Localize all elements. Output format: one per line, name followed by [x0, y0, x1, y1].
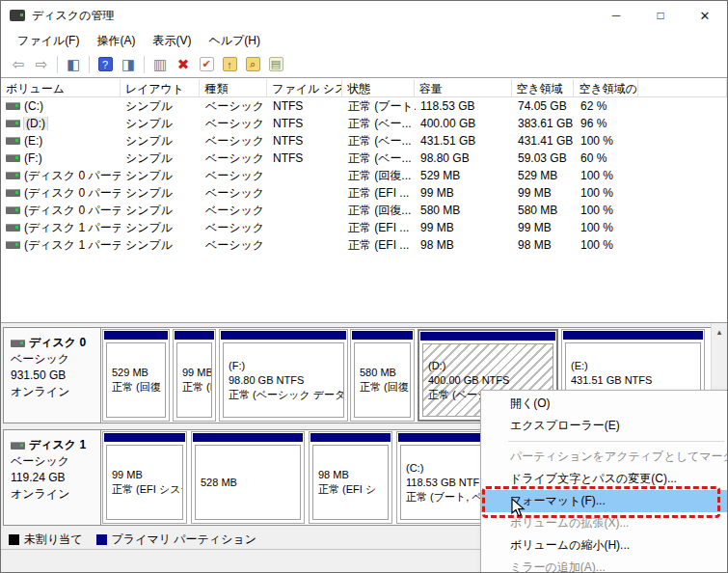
partition-line: 99 MB — [182, 366, 211, 380]
cell-type: ベーシック — [201, 220, 268, 236]
volume-cell: (C:) — [1, 99, 121, 113]
partition-type-bar — [563, 331, 703, 340]
menu-item[interactable]: 開く(O) — [481, 393, 728, 415]
forward-icon[interactable]: ⇨ — [31, 54, 52, 75]
cell-type: ベーシック — [201, 150, 268, 167]
partition[interactable]: 529 MB正常 (回復 — [102, 329, 170, 422]
cell-status: 正常 (ベー... — [343, 150, 416, 167]
partition-type-bar — [352, 331, 413, 340]
column-header-8[interactable]: 空き領域の割... — [574, 79, 638, 96]
volume-list: ボリュームレイアウト種類ファイル システム状態容量空き領域空き領域の割... (… — [1, 79, 727, 322]
disk-icon — [6, 172, 20, 179]
maximize-button[interactable]: □ — [638, 1, 683, 30]
cell-capacity: 400.00 GB — [416, 117, 513, 130]
cell-type: ベーシック — [201, 133, 268, 150]
folder-up-icon[interactable]: ↑ — [219, 54, 240, 75]
disk-icon — [6, 137, 20, 145]
table-row[interactable]: (E:)シンプルベーシックNTFS正常 (ベー...431.51 GB431.4… — [1, 132, 727, 150]
column-header-3[interactable]: 種類 — [200, 79, 267, 96]
legend-item: 未割り当て — [9, 532, 83, 548]
cell-free: 529 MB — [513, 169, 576, 182]
partition-line: 529 MB — [112, 366, 165, 380]
menu-item[interactable]: ドライブ文字とパスの変更(C)... — [481, 468, 728, 490]
menubar-item[interactable]: ファイル(F) — [9, 31, 88, 51]
help-icon[interactable]: ? — [94, 54, 116, 75]
column-header-1[interactable]: ボリューム — [1, 79, 121, 96]
partition-line: (D:) — [428, 359, 553, 373]
cell-layout: シンプル — [121, 150, 201, 167]
column-header-6[interactable]: 容量 — [415, 79, 512, 96]
cell-capacity: 99 MB — [416, 221, 513, 234]
table-row[interactable]: (F:)シンプルベーシックNTFS正常 (ベー...98.80 GB59.03 … — [1, 150, 727, 167]
check-document-icon[interactable]: ✔ — [196, 54, 217, 75]
disk-label[interactable]: ディスク 1ベーシック119.24 GBオンライン — [4, 430, 101, 525]
column-header-2[interactable]: レイアウト — [121, 79, 201, 96]
cell-fs: NTFS — [268, 99, 343, 113]
cell-percent: 100 % — [576, 186, 640, 200]
minimize-button[interactable]: ─ — [594, 1, 638, 30]
toolbar: ⇦⇨◧?◨▥✖✔↑⌕▤ — [1, 51, 727, 78]
show-console-tree-icon[interactable]: ◧ — [63, 54, 84, 75]
partition[interactable]: (F:)98.80 GB NTFS正常 (ベーシック データ パ — [219, 329, 348, 422]
menu-item[interactable]: フォーマット(F)... — [481, 490, 728, 512]
table-row[interactable]: (ディスク 0 パーティシ...シンプルベーシック正常 (EFI ...99 M… — [1, 184, 727, 202]
computer-view-icon[interactable]: ▥ — [149, 54, 171, 75]
partition-body: 99 MB正常 (E — [176, 342, 212, 418]
table-row[interactable]: (ディスク 1 パーティシ...シンプルベーシック正常 (EFI ...98 M… — [1, 236, 727, 254]
column-header-5[interactable]: 状態 — [342, 79, 415, 96]
menubar-item[interactable]: 表示(V) — [144, 31, 200, 51]
partition-line: (F:) — [229, 359, 343, 373]
partition[interactable]: 99 MB正常 (E — [173, 329, 216, 422]
column-header-4[interactable]: ファイル システム — [267, 79, 342, 96]
table-row[interactable]: (ディスク 0 パーティシ...シンプルベーシック正常 (回復...529 MB… — [1, 167, 727, 184]
menu-item[interactable]: エクスプローラー(E) — [481, 415, 728, 437]
disk-label[interactable]: ディスク 0ベーシック931.50 GBオンライン — [4, 328, 101, 423]
legend-label: プライマリ パーティション — [112, 532, 256, 548]
partition[interactable]: 580 MB正常 (回復 — [350, 329, 415, 422]
folder-search-icon-glyph: ⌕ — [246, 57, 260, 71]
partition[interactable]: 99 MB正常 (EFI システ — [102, 431, 187, 524]
menubar-item[interactable]: ヘルプ(H) — [200, 31, 269, 51]
menubar-item[interactable]: 操作(A) — [88, 31, 144, 51]
folder-search-icon[interactable]: ⌕ — [242, 54, 263, 75]
menu-item[interactable]: ボリュームの縮小(H)... — [481, 534, 728, 557]
cell-free: 59.03 GB — [513, 151, 576, 165]
cell-free: 98 MB — [513, 238, 576, 252]
partition-line: 98.80 GB NTFS — [229, 373, 343, 388]
table-row[interactable]: (ディスク 0 パーティシ...シンプルベーシック正常 (回復...580 MB… — [1, 202, 727, 219]
cell-type: ベーシック — [201, 185, 268, 202]
partition[interactable]: 98 MB正常 (EFI シ — [309, 431, 392, 524]
back-icon[interactable]: ⇦ — [8, 54, 29, 75]
partition-type-bar — [175, 331, 214, 340]
cell-free: 383.61 GB — [513, 117, 576, 130]
partition-body: 528 MB — [195, 445, 301, 520]
disk-icon — [6, 154, 20, 162]
partition-line: 99 MB — [112, 468, 182, 482]
volume-name: (F:) — [24, 151, 42, 165]
volume-cell: (D:) — [1, 117, 121, 130]
properties-list-icon[interactable]: ▤ — [265, 54, 286, 75]
table-row[interactable]: (C:)シンプルベーシックNTFS正常 (ブート...118.53 GB74.0… — [1, 97, 727, 115]
legend-swatch — [96, 534, 107, 545]
table-row[interactable]: (D:)シンプルベーシックNTFS正常 (ベー...400.00 GB383.6… — [1, 115, 727, 132]
close-button[interactable]: ✕ — [683, 1, 727, 30]
delete-icon[interactable]: ✖ — [173, 54, 194, 75]
cell-percent: 60 % — [576, 151, 640, 165]
column-header-9[interactable] — [638, 79, 727, 96]
cell-type: ベーシック — [201, 203, 268, 219]
disk-status: オンライン — [11, 486, 100, 503]
volume-cell: (ディスク 0 パーティシ... — [1, 168, 121, 184]
cell-layout: シンプル — [121, 185, 201, 202]
cell-capacity: 118.53 GB — [416, 99, 513, 113]
show-action-pane-icon[interactable]: ◨ — [118, 54, 139, 75]
scroll-up-icon[interactable]: ▴ — [712, 323, 727, 340]
table-row[interactable]: (ディスク 1 パーティシ...シンプルベーシック正常 (EFI ...99 M… — [1, 219, 727, 236]
disk-icon — [6, 241, 20, 249]
partition-body: 580 MB正常 (回復 — [354, 342, 411, 418]
volume-cell: (E:) — [1, 134, 121, 148]
column-header-7[interactable]: 空き領域 — [512, 79, 575, 96]
cell-layout: シンプル — [121, 220, 201, 236]
partition-body: 529 MB正常 (回復 — [106, 342, 166, 418]
partition[interactable]: 528 MB — [191, 431, 305, 524]
cell-capacity: 431.51 GB — [416, 134, 513, 148]
